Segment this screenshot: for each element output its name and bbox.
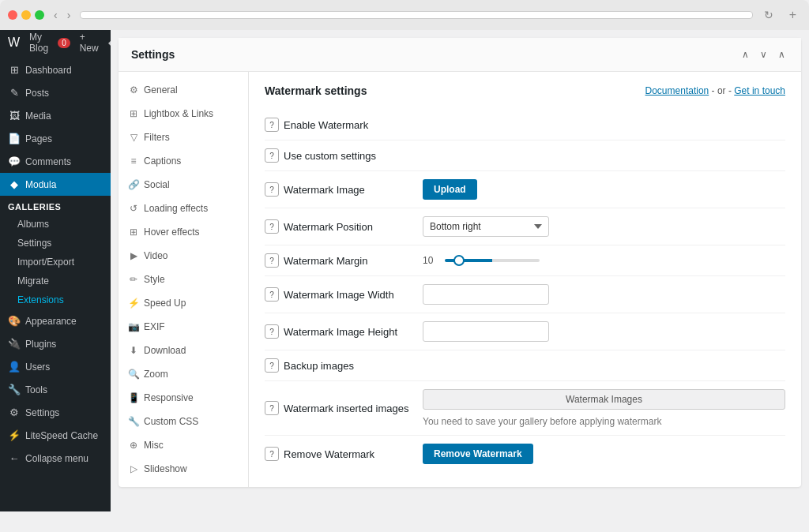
help-icon-watermark-position[interactable]: ? [265,219,279,234]
nav-item-filters[interactable]: ▽ Filters [119,126,248,149]
nav-item-video[interactable]: ▶ Video [119,244,248,268]
users-icon: 👤 [8,361,21,373]
setting-row-watermark-margin: ? Watermark Margin 10 [265,245,785,276]
sidebar-item-tools[interactable]: 🔧 Tools [0,378,111,401]
help-icon-use-custom[interactable]: ? [265,148,279,163]
sidebar-item-posts[interactable]: ✎ Posts [0,81,111,104]
get-in-touch-link[interactable]: Get in touch [734,85,785,96]
sidebar-label-comments: Comments [25,156,71,167]
nav-item-social[interactable]: 🔗 Social [119,173,248,197]
nav-item-responsive[interactable]: 📱 Responsive [119,386,248,410]
margin-slider[interactable] [445,259,540,262]
watermark-images-button[interactable]: Watermak Images [423,389,785,410]
exif-nav-icon: 📷 [128,321,139,332]
sidebar-item-litespeed[interactable]: ⚡ LiteSpeed Cache [0,424,111,447]
new-item[interactable]: + New [80,32,99,54]
sidebar-item-users[interactable]: 👤 Users [0,355,111,378]
sidebar-item-plugins[interactable]: 🔌 Plugins [0,332,111,355]
nav-item-slideshow[interactable]: ▷ Slideshow [119,457,248,481]
sidebar-item-settings[interactable]: Settings [0,234,111,253]
help-icon-backup-images[interactable]: ? [265,358,279,373]
help-icon-watermark-height[interactable]: ? [265,324,279,339]
add-tab-icon[interactable]: + [785,6,801,24]
chevron-down-button[interactable]: ∨ [757,47,770,62]
sidebar-item-migrate[interactable]: Migrate [0,272,111,290]
label-watermark-image: Watermark Image [284,184,365,196]
general-nav-icon: ⚙ [128,84,139,96]
watermark-width-input[interactable] [423,284,549,305]
sidebar-menu: ⊞ Dashboard ✎ Posts 🖼 Media 📄 Pages 💬 Co… [0,55,111,473]
nav-label-video: Video [144,250,167,261]
help-icon-watermark-margin[interactable]: ? [265,253,279,268]
settings-panel-title: Settings [131,48,175,61]
help-icon-watermark-image[interactable]: ? [265,182,279,197]
dashboard-icon: ⊞ [8,64,21,76]
nav-item-hover[interactable]: ⊞ Hover effects [119,220,248,244]
nav-label-zoom: Zoom [144,369,168,380]
remove-watermark-button[interactable]: Remove Watermark [423,444,533,464]
chevron-up-button[interactable]: ∧ [739,47,752,62]
wp-admin: W My Blog 0 + New ◆ ⊞ Dashboard ✎ Po [0,30,809,511]
watermark-height-input[interactable] [423,321,549,342]
nav-item-general[interactable]: ⚙ General [119,78,248,102]
slideshow-nav-icon: ▷ [128,463,139,474]
watermark-inserted-col: Watermak Images You need to save your ga… [423,389,785,427]
main-content: Settings ∧ ∨ ∧ ⚙ General ⊞ Lightbox & [111,30,809,511]
control-watermark-inserted: Watermak Images You need to save your ga… [423,389,785,427]
minimize-dot[interactable] [21,10,31,20]
expand-button[interactable]: ∧ [775,47,788,62]
help-icon-enable-watermark[interactable]: ? [265,118,279,132]
maximize-dot[interactable] [35,10,44,20]
reload-icon[interactable]: ↻ [759,7,778,23]
help-icon-remove-watermark[interactable]: ? [265,447,279,461]
sidebar-label-media: Media [25,111,51,122]
nav-item-exif[interactable]: 📷 EXIF [119,315,248,339]
comments-icon: 💬 [8,155,21,167]
sidebar-item-import-export[interactable]: Import/Export [0,253,111,272]
nav-item-lightbox[interactable]: ⊞ Lightbox & Links [119,102,248,126]
social-nav-icon: 🔗 [128,179,139,190]
nav-item-loading[interactable]: ↺ Loading effects [119,197,248,220]
sidebar-item-extensions[interactable]: Extensions [0,290,111,309]
sidebar-item-dashboard[interactable]: ⊞ Dashboard [0,58,111,81]
settings-nav: ⚙ General ⊞ Lightbox & Links ▽ Filters ≡… [119,72,249,487]
sidebar-item-settings-bottom[interactable]: ⚙ Settings [0,401,111,424]
position-select[interactable]: Top left Top center Top right Center lef… [423,216,549,237]
sidebar-item-appearance[interactable]: 🎨 Appearance [0,309,111,332]
sidebar-label-appearance: Appearance [25,316,77,327]
nav-item-customcss[interactable]: 🔧 Custom CSS [119,410,248,433]
sidebar-label-dashboard: Dashboard [25,65,72,76]
sidebar-label-pages: Pages [25,133,52,144]
nav-item-zoom[interactable]: 🔍 Zoom [119,362,248,386]
modula-menu-icon: ◆ [8,178,21,190]
help-icon-watermark-width[interactable]: ? [265,287,279,302]
sidebar-item-albums[interactable]: Albums [0,215,111,234]
sidebar-item-pages[interactable]: 📄 Pages [0,127,111,150]
sidebar-item-comments[interactable]: 💬 Comments [0,150,111,173]
nav-item-download[interactable]: ⬇ Download [119,339,248,362]
wp-logo-item[interactable]: W [8,36,20,50]
nav-item-speedup[interactable]: ⚡ Speed Up [119,291,248,315]
documentation-link[interactable]: Documentation [645,85,709,96]
site-name-item[interactable]: My Blog [29,32,48,54]
back-button[interactable]: ‹ [51,7,61,23]
sidebar-label-users: Users [25,362,50,373]
nav-label-exif: EXIF [144,321,165,332]
nav-item-misc[interactable]: ⊕ Misc [119,433,248,457]
sidebar-item-collapse[interactable]: ← Collapse menu [0,447,111,470]
close-dot[interactable] [8,10,17,20]
upload-button[interactable]: Upload [423,179,477,200]
forward-button[interactable]: › [64,7,74,23]
browser-chrome: ‹ › ↻ + [0,0,809,30]
nav-item-style[interactable]: ✏ Style [119,268,248,291]
sidebar-item-modula[interactable]: ◆ Modula [0,173,111,196]
help-icon-watermark-inserted[interactable]: ? [265,401,279,415]
nav-item-captions[interactable]: ≡ Captions [119,149,248,173]
sidebar-item-media[interactable]: 🖼 Media [0,104,111,127]
url-bar[interactable] [80,11,752,19]
control-watermark-margin: 10 [423,255,785,266]
notif-item[interactable]: 0 [58,38,70,48]
setting-label-backup-images: ? Backup images [265,358,423,373]
label-use-custom: Use custom settings [284,150,376,162]
settings-body: ⚙ General ⊞ Lightbox & Links ▽ Filters ≡… [119,72,801,487]
